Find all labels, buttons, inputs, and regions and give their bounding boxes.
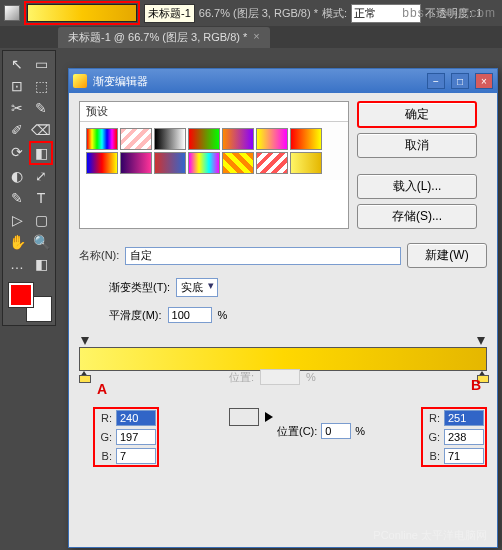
location-input-disabled — [260, 369, 300, 385]
blend-mode-select[interactable]: 正常 — [351, 4, 421, 23]
preset-swatch-9[interactable] — [154, 152, 186, 174]
opacity-stop-left[interactable] — [81, 337, 89, 345]
preset-swatch-8[interactable] — [120, 152, 152, 174]
new-button[interactable]: 新建(W) — [407, 243, 487, 268]
zoom-tool[interactable]: 🔍 — [29, 231, 53, 253]
preset-grid — [80, 121, 348, 180]
dodge-tool[interactable]: ⤢ — [29, 165, 53, 187]
preset-swatch-5[interactable] — [256, 128, 288, 150]
move-tool[interactable]: ↖ — [5, 53, 29, 75]
dialog-title: 渐变编辑器 — [93, 74, 148, 89]
save-button[interactable]: 存储(S)... — [357, 204, 477, 229]
extra-tool-1[interactable]: … — [5, 253, 29, 275]
brush-tool[interactable]: ⌫ — [29, 119, 53, 141]
tab-title: 未标题-1 @ 66.7% (图层 3, RGB/8) * — [68, 30, 247, 45]
location2-input[interactable] — [321, 423, 351, 439]
preset-swatch-12[interactable] — [256, 152, 288, 174]
g-input-a[interactable] — [116, 429, 156, 445]
b-input-b[interactable] — [444, 448, 484, 464]
type-tool[interactable]: T — [29, 187, 53, 209]
shape-tool[interactable]: ▢ — [29, 209, 53, 231]
tool-panel: ↖ ▭ ⊡ ⬚ ✂ ✎ ✐ ⌫ ⟳ ◧ ◐ ⤢ ✎ T ▷ ▢ ✋ 🔍 … ◧ — [2, 50, 56, 326]
location-pct-disabled: % — [306, 371, 316, 383]
opacity-label: 不透明度: — [425, 6, 472, 21]
preset-swatch-0[interactable] — [86, 128, 118, 150]
document-tab-bar: 未标题-1 @ 66.7% (图层 3, RGB/8) * × — [0, 26, 502, 48]
tab-close-icon[interactable]: × — [253, 30, 259, 45]
gradient-preview-highlight — [24, 1, 140, 25]
blur-tool[interactable]: ◐ — [5, 165, 29, 187]
lasso-tool[interactable]: ⊡ — [5, 75, 29, 97]
stop-color-chip[interactable] — [229, 408, 259, 426]
gradient-type-label: 渐变类型(T): — [109, 280, 170, 295]
annotation-b: B — [471, 377, 481, 393]
marquee-tool[interactable]: ▭ — [29, 53, 53, 75]
minimize-button[interactable]: − — [427, 73, 445, 89]
preset-label: 预设 — [80, 102, 348, 121]
preset-swatch-3[interactable] — [188, 128, 220, 150]
load-button[interactable]: 载入(L)... — [357, 174, 477, 199]
percent-sign: % — [218, 309, 228, 321]
gradient-editor-dialog: 渐变编辑器 − □ × 预设 确定 取消 载入(L)... 存储(S)... 名… — [68, 68, 498, 548]
clone-tool[interactable]: ⟳ — [5, 141, 29, 163]
preset-swatch-2[interactable] — [154, 128, 186, 150]
color-picker-arrow-icon[interactable] — [265, 412, 273, 422]
b-label-b: B: — [424, 450, 440, 462]
preset-swatch-13[interactable] — [290, 152, 322, 174]
wand-tool[interactable]: ⬚ — [29, 75, 53, 97]
watermark-footer: PConline 太平洋电脑网 — [373, 528, 487, 543]
cancel-button[interactable]: 取消 — [357, 133, 477, 158]
location-label-disabled: 位置: — [229, 370, 254, 385]
mode-label: 模式: — [322, 6, 347, 21]
g-input-b[interactable] — [444, 429, 484, 445]
b-input-a[interactable] — [116, 448, 156, 464]
r-label-b: R: — [424, 412, 440, 424]
rgb-a-highlight: R: G: B: — [93, 407, 159, 467]
b-label-a: B: — [96, 450, 112, 462]
preset-swatch-6[interactable] — [290, 128, 322, 150]
path-tool[interactable]: ▷ — [5, 209, 29, 231]
smoothness-input[interactable] — [168, 307, 212, 323]
maximize-button[interactable]: □ — [451, 73, 469, 89]
r-input-b[interactable] — [444, 410, 484, 426]
color-swatches — [5, 279, 53, 323]
location2-pct: % — [355, 425, 365, 437]
color-stop-a[interactable] — [79, 371, 89, 383]
tool-preset-icon[interactable] — [4, 5, 20, 21]
hand-tool[interactable]: ✋ — [5, 231, 29, 253]
r-input-a[interactable] — [116, 410, 156, 426]
preset-swatch-1[interactable] — [120, 128, 152, 150]
dialog-icon — [73, 74, 87, 88]
opacity-value[interactable]: 1 — [476, 7, 482, 19]
ok-button[interactable]: 确定 — [357, 101, 477, 128]
name-input[interactable] — [125, 247, 401, 265]
preset-swatch-10[interactable] — [188, 152, 220, 174]
gradient-type-select[interactable]: 实底 — [176, 278, 218, 297]
preset-panel: 预设 — [79, 101, 349, 229]
preset-swatch-7[interactable] — [86, 152, 118, 174]
r-label-a: R: — [96, 412, 112, 424]
annotation-a: A — [97, 381, 107, 397]
g-label-b: G: — [424, 431, 440, 443]
crop-tool[interactable]: ✂ — [5, 97, 29, 119]
preset-swatch-11[interactable] — [222, 152, 254, 174]
gradient-preview[interactable] — [27, 4, 137, 22]
smoothness-label: 平滑度(M): — [109, 308, 162, 323]
gradient-tool[interactable]: ◧ — [29, 141, 53, 165]
name-label: 名称(N): — [79, 248, 119, 263]
pen-tool[interactable]: ✎ — [5, 187, 29, 209]
eyedropper-tool[interactable]: ✎ — [29, 97, 53, 119]
preset-swatch-4[interactable] — [222, 128, 254, 150]
rgb-column-a: R: G: B: — [96, 410, 156, 464]
foreground-color-swatch[interactable] — [9, 283, 33, 307]
options-bar: 未标题-1 66.7% (图层 3, RGB/8) * 模式: 正常 不透明度:… — [0, 0, 502, 26]
document-tooltip: 未标题-1 — [144, 4, 195, 23]
heal-tool[interactable]: ✐ — [5, 119, 29, 141]
doc-info-text: 66.7% (图层 3, RGB/8) * — [199, 6, 318, 21]
document-tab[interactable]: 未标题-1 @ 66.7% (图层 3, RGB/8) * × — [58, 27, 270, 48]
gradient-bar[interactable] — [79, 347, 487, 371]
extra-tool-2[interactable]: ◧ — [29, 253, 53, 275]
close-button[interactable]: × — [475, 73, 493, 89]
dialog-titlebar[interactable]: 渐变编辑器 − □ × — [69, 69, 497, 93]
opacity-stop-right[interactable] — [477, 337, 485, 345]
